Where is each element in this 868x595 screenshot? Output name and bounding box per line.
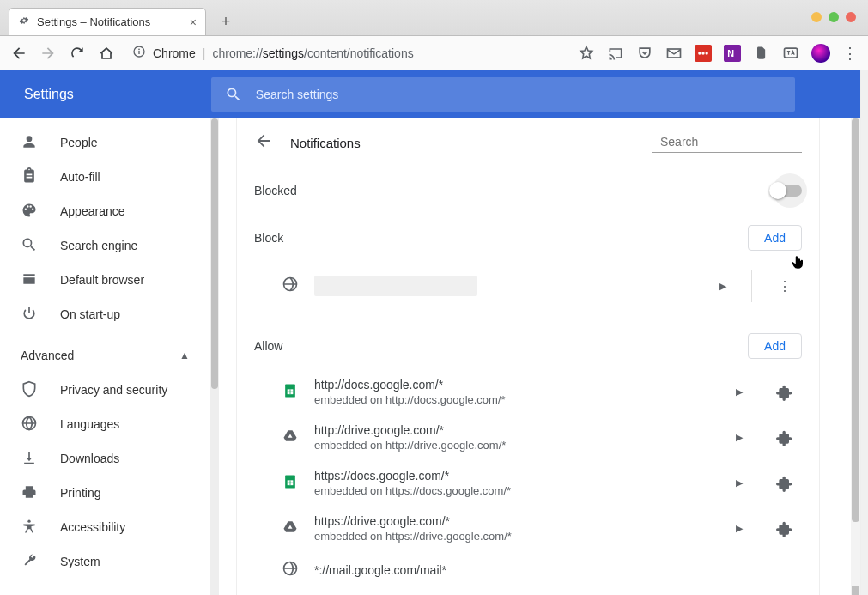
- svg-rect-8: [785, 48, 798, 58]
- extension-indicator-icon: [768, 475, 802, 492]
- allow-site-row[interactable]: https://drive.google.com/*embedded on ht…: [237, 506, 819, 551]
- url-browser-label: Chrome: [153, 46, 196, 60]
- person-icon: [21, 133, 38, 153]
- nav-accessibility[interactable]: Accessibility: [0, 510, 210, 544]
- content-search-input[interactable]: [660, 135, 810, 149]
- extension-onenote-icon[interactable]: N: [724, 45, 741, 62]
- nav-start-up[interactable]: On start-up: [0, 297, 210, 331]
- svg-text:N: N: [727, 48, 734, 58]
- translate-icon[interactable]: [782, 45, 799, 62]
- expand-arrow-icon[interactable]: ▶: [726, 432, 752, 443]
- content-search[interactable]: [652, 133, 802, 153]
- nav-search-engine[interactable]: Search engine: [0, 228, 210, 263]
- mail-icon[interactable]: [665, 45, 683, 62]
- expand-arrow-icon[interactable]: ▶: [710, 281, 736, 292]
- nav-downloads[interactable]: Downloads: [0, 441, 210, 476]
- reload-button[interactable]: [69, 45, 86, 62]
- search-icon: [225, 86, 242, 103]
- block-add-button[interactable]: Add: [748, 225, 802, 251]
- nav-people[interactable]: People: [0, 125, 210, 160]
- cast-icon[interactable]: [607, 45, 624, 62]
- allow-section-label: Allow: [254, 339, 282, 353]
- close-tab-icon[interactable]: ×: [190, 15, 197, 29]
- url-text: chrome://settings/content/notifications: [212, 46, 413, 60]
- extension-indicator-icon: [768, 429, 802, 446]
- nav-printing[interactable]: Printing: [0, 476, 210, 510]
- clipboard-icon: [21, 167, 38, 187]
- browser-menu-button[interactable]: ⋮: [842, 44, 858, 63]
- star-icon[interactable]: [578, 45, 595, 62]
- settings-sidebar: People Auto-fill Appearance Search engin…: [0, 118, 210, 595]
- search-settings-box[interactable]: [211, 77, 795, 112]
- pocket-icon[interactable]: [636, 45, 653, 62]
- forward-button[interactable]: [39, 45, 57, 62]
- download-icon: [21, 449, 38, 469]
- nav-languages[interactable]: Languages: [0, 407, 210, 441]
- nav-advanced-toggle[interactable]: Advanced▲: [0, 338, 210, 373]
- settings-title: Settings: [24, 87, 74, 102]
- site-menu-button[interactable]: ⋮: [768, 278, 802, 294]
- allow-site-row[interactable]: http://drive.google.com/*embedded on htt…: [237, 415, 819, 460]
- back-button[interactable]: [10, 45, 27, 62]
- nav-system[interactable]: System: [0, 544, 210, 579]
- browser-tab[interactable]: Settings – Notifications ×: [9, 8, 206, 35]
- block-section-label: Block: [254, 231, 283, 245]
- svg-point-10: [27, 519, 30, 522]
- sheets-icon: [282, 473, 299, 494]
- drive-icon: [282, 519, 299, 539]
- back-arrow-button[interactable]: [254, 131, 273, 154]
- window-icon: [21, 270, 38, 290]
- maximize-button[interactable]: [829, 12, 839, 22]
- svg-rect-2: [138, 51, 139, 54]
- svg-point-4: [698, 52, 701, 54]
- extension-indicator-icon: [768, 384, 802, 401]
- blocked-toggle[interactable]: [771, 185, 802, 197]
- nav-appearance[interactable]: Appearance: [0, 194, 210, 228]
- nav-default-browser[interactable]: Default browser: [0, 263, 210, 297]
- globe-icon: [21, 415, 38, 434]
- expand-arrow-icon[interactable]: ▶: [726, 477, 752, 489]
- shield-icon: [21, 380, 38, 400]
- nav-autofill[interactable]: Auto-fill: [0, 160, 210, 194]
- omnibox[interactable]: Chrome | chrome://settings/content/notif…: [132, 45, 414, 61]
- site-info-icon[interactable]: [132, 45, 146, 61]
- minimize-button[interactable]: [811, 12, 822, 22]
- expand-arrow-icon[interactable]: ▶: [726, 523, 752, 534]
- window-controls: [811, 12, 856, 22]
- allow-site-row[interactable]: https://docs.google.com/*embedded on htt…: [237, 460, 819, 506]
- palette-icon: [21, 202, 38, 222]
- expand-arrow-icon[interactable]: ▶: [726, 386, 752, 398]
- chevron-up-icon: ▲: [179, 349, 190, 361]
- printer-icon: [21, 483, 38, 503]
- drive-icon: [282, 428, 299, 448]
- blocked-toggle-label: Blocked: [254, 184, 297, 197]
- wrench-icon: [21, 552, 38, 572]
- globe-icon: [282, 276, 299, 296]
- content-scrollbar[interactable]: [851, 118, 860, 595]
- new-tab-button[interactable]: +: [215, 10, 237, 33]
- settings-app: Settings People Auto-fill Appearance Sea…: [0, 70, 861, 595]
- svg-point-6: [706, 52, 708, 54]
- gear-icon: [18, 15, 30, 29]
- titlebar: Settings – Notifications × +: [0, 0, 868, 36]
- extension-red-icon[interactable]: [695, 45, 712, 62]
- allow-site-row[interactable]: *://mail.google.com/mail*: [237, 551, 819, 580]
- tab-title: Settings – Notifications: [37, 15, 150, 28]
- search-settings-input[interactable]: [256, 88, 781, 101]
- extension-indicator-icon: [768, 520, 802, 537]
- home-button[interactable]: [98, 45, 115, 62]
- nav-privacy[interactable]: Privacy and security: [0, 373, 210, 407]
- sidebar-scrollbar[interactable]: [210, 118, 219, 595]
- sheets-icon: [282, 382, 299, 403]
- power-icon: [21, 305, 38, 325]
- close-window-button[interactable]: [846, 12, 856, 22]
- profile-avatar[interactable]: [811, 44, 830, 63]
- block-site-row[interactable]: ▶ ⋮: [237, 261, 819, 311]
- settings-header: Settings: [0, 70, 861, 118]
- accessibility-icon: [21, 518, 38, 537]
- content-header: Notifications: [237, 118, 819, 167]
- evernote-icon[interactable]: [753, 45, 770, 62]
- redacted-url: [314, 276, 477, 296]
- allow-site-row[interactable]: http://docs.google.com/*embedded on http…: [237, 369, 819, 415]
- allow-add-button[interactable]: Add: [748, 333, 802, 359]
